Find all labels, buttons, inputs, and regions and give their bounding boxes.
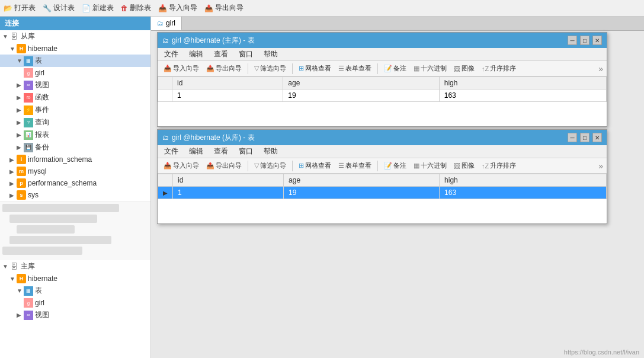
sidebar-item-func-slave[interactable]: ▶ f0 函数 xyxy=(0,91,150,104)
sidebar-item-query-slave[interactable]: ▶ ? 查询 xyxy=(0,116,150,129)
open-table-btn[interactable]: 📂 打开表 xyxy=(4,3,36,13)
tab-girl[interactable]: 🗂 girl xyxy=(151,17,182,30)
window-slave-toolbar: 📥导入向导 📤导出向导 ▽筛选向导 ⊞网格查看 ☰表单查看 � xyxy=(158,158,607,174)
sidebar-item-table-folder-slave[interactable]: ▼ ▦ 表 xyxy=(0,55,150,67)
divider3 xyxy=(377,63,378,74)
form-view-slave[interactable]: ☰表单查看 xyxy=(336,160,374,171)
note-main[interactable]: 📝备注 xyxy=(382,63,409,74)
menu-view-main[interactable]: 查看 xyxy=(212,49,230,60)
menu-edit-slave[interactable]: 编辑 xyxy=(187,146,205,157)
table-row[interactable]: ▶ 1 19 163 xyxy=(158,187,607,199)
sidebar-item-information-schema[interactable]: ▶ i information_schema xyxy=(0,154,150,165)
design-table-btn[interactable]: 🔧 设计表 xyxy=(43,3,75,13)
data-table-slave: id age high ▶ 1 19 163 xyxy=(158,174,607,199)
sidebar-item-hibernate-slave[interactable]: ▼ H hibernate xyxy=(0,43,150,55)
col-age-main: age xyxy=(283,77,439,90)
sidebar-item-master-group[interactable]: ▼ 🗄 主库 xyxy=(0,260,150,273)
window-main-title: girl @hibernate (主库) - 表 xyxy=(172,36,255,46)
divider1 xyxy=(248,63,248,74)
sidebar-item-performance-schema[interactable]: ▶ p performance_schema xyxy=(0,177,150,189)
minimize-btn-slave[interactable]: ─ xyxy=(568,133,577,142)
menu-file-main[interactable]: 文件 xyxy=(162,49,180,60)
export-wizard-main[interactable]: 📤导出向导 xyxy=(204,63,244,74)
col-id-slave: id xyxy=(173,174,284,187)
divider4 xyxy=(248,161,248,171)
window-main-toolbar: 📥导入向导 📤导出向导 ▽筛选向导 ⊞网格查看 ☰表单查看 � xyxy=(158,61,607,76)
content-area: 🗂 girl 🗂 girl @hibernate (主库) - 表 ─ □ ✕ xyxy=(151,17,644,358)
main-layout: 连接 ▼ 🗄 从库 ▼ H hibernate ▼ ▦ 表 g girl xyxy=(0,17,644,358)
delete-table-btn[interactable]: 🗑 删除表 xyxy=(121,3,151,13)
import-wizard-main[interactable]: 📥导入向导 xyxy=(161,63,201,74)
sidebar-item-backup-slave[interactable]: ▶ 💾 备份 xyxy=(0,141,150,154)
restore-btn-main[interactable]: □ xyxy=(580,36,589,45)
col-age-slave: age xyxy=(284,174,440,187)
grid-view-slave[interactable]: ⊞网格查看 xyxy=(296,160,334,171)
note-slave[interactable]: 📝备注 xyxy=(382,160,409,171)
watermark: https://blog.csdn.net/l/ivan xyxy=(564,349,639,356)
window-slave-controls: ─ □ ✕ xyxy=(568,133,602,142)
sidebar: 连接 ▼ 🗄 从库 ▼ H hibernate ▼ ▦ 表 g girl xyxy=(0,17,151,358)
sidebar-item-table-folder-master[interactable]: ▼ ▦ 表 xyxy=(0,285,150,297)
toolbar-expand-main[interactable]: » xyxy=(598,64,603,73)
menu-file-slave[interactable]: 文件 xyxy=(162,146,180,157)
sort-main[interactable]: ↑Z升序排序 xyxy=(479,63,518,74)
export-wizard-btn[interactable]: 📤 导出向导 xyxy=(204,3,243,13)
image-main[interactable]: 🖼图像 xyxy=(451,63,477,74)
top-toolbar: 📂 打开表 🔧 设计表 📄 新建表 🗑 删除表 📥 导入向导 📤 导出向导 xyxy=(0,0,644,17)
sidebar-item-sys[interactable]: ▶ s sys xyxy=(0,189,150,201)
cell-high[interactable]: 163 xyxy=(439,90,606,102)
menu-window-main[interactable]: 窗口 xyxy=(237,49,255,60)
data-table-main: id age high 1 19 163 xyxy=(158,76,607,102)
window-slave-icon: 🗂 xyxy=(162,134,169,141)
cell-age-slave[interactable]: 19 xyxy=(284,187,440,199)
close-btn-main[interactable]: ✕ xyxy=(592,36,602,45)
sidebar-item-report-slave[interactable]: ▶ 📊 报表 xyxy=(0,129,150,141)
menu-help-main[interactable]: 帮助 xyxy=(262,49,280,60)
menu-edit-main[interactable]: 编辑 xyxy=(187,49,205,60)
export-wizard-slave[interactable]: 📤导出向导 xyxy=(204,160,244,171)
col-arrow-slave xyxy=(158,174,173,187)
cell-id[interactable]: 1 xyxy=(172,90,283,102)
import-wizard-btn[interactable]: 📥 导入向导 xyxy=(158,3,197,13)
sidebar-item-view-slave[interactable]: ▶ ∞ 视图 xyxy=(0,79,150,91)
table-row[interactable]: 1 19 163 xyxy=(158,90,607,102)
cell-id-slave[interactable]: 1 xyxy=(173,187,284,199)
hex-slave[interactable]: ▦十六进制 xyxy=(411,160,449,171)
window-main-titlebar: 🗂 girl @hibernate (主库) - 表 ─ □ ✕ xyxy=(158,33,607,48)
cell-high-slave[interactable]: 163 xyxy=(440,187,607,199)
grid-view-main[interactable]: ⊞网格查看 xyxy=(296,63,334,74)
form-view-main[interactable]: ☰表单查看 xyxy=(336,63,374,74)
window-slave-menubar: 文件 编辑 查看 窗口 帮助 xyxy=(158,145,607,158)
divider2 xyxy=(292,63,293,74)
filter-wizard-main[interactable]: ▽筛选向导 xyxy=(252,63,289,74)
window-main: 🗂 girl @hibernate (主库) - 表 ─ □ ✕ 文件 编辑 查… xyxy=(157,32,607,127)
sidebar-item-mysql[interactable]: ▶ m mysql xyxy=(0,165,150,177)
row-arrow xyxy=(158,90,172,102)
restore-btn-slave[interactable]: □ xyxy=(580,133,589,142)
minimize-btn-main[interactable]: ─ xyxy=(568,36,577,45)
tab-bar: 🗂 girl xyxy=(151,17,644,31)
sidebar-item-girl-master[interactable]: g girl xyxy=(0,297,150,309)
sidebar-item-view-master[interactable]: ▶ ∞ 视图 xyxy=(0,309,150,321)
new-table-btn[interactable]: 📄 新建表 xyxy=(82,3,114,13)
menu-view-slave[interactable]: 查看 xyxy=(212,146,230,157)
window-main-icon: 🗂 xyxy=(162,37,169,44)
window-main-controls: ─ □ ✕ xyxy=(568,36,602,45)
close-btn-slave[interactable]: ✕ xyxy=(592,133,602,142)
toolbar-expand-slave[interactable]: » xyxy=(598,161,603,171)
cell-age[interactable]: 19 xyxy=(283,90,439,102)
sidebar-item-slave-group[interactable]: ▼ 🗄 从库 xyxy=(0,30,150,43)
sidebar-item-event-slave[interactable]: ▶ ⚡ 事件 xyxy=(0,104,150,116)
hex-main[interactable]: ▦十六进制 xyxy=(411,63,449,74)
sidebar-item-hibernate-master[interactable]: ▼ H hibernate xyxy=(0,273,150,285)
sort-slave[interactable]: ↑Z升序排序 xyxy=(479,160,518,171)
menu-window-slave[interactable]: 窗口 xyxy=(237,146,255,157)
col-high-slave: high xyxy=(440,174,607,187)
menu-help-slave[interactable]: 帮助 xyxy=(262,146,280,157)
col-id-main: id xyxy=(172,77,283,90)
image-slave[interactable]: 🖼图像 xyxy=(451,160,477,171)
sidebar-item-girl-slave[interactable]: g girl xyxy=(0,67,150,79)
filter-wizard-slave[interactable]: ▽筛选向导 xyxy=(252,160,289,171)
import-wizard-slave[interactable]: 📥导入向导 xyxy=(161,160,201,171)
row-arrow-selected: ▶ xyxy=(158,187,173,199)
